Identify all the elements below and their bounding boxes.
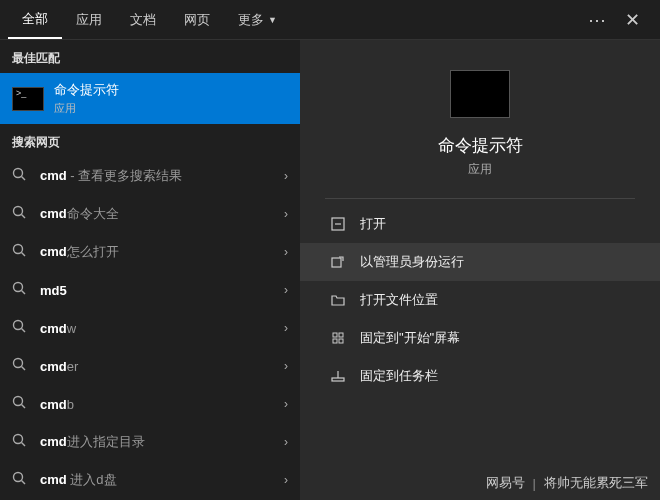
open-icon bbox=[328, 217, 348, 231]
svg-point-2 bbox=[14, 245, 23, 254]
preview-app-type: 应用 bbox=[468, 161, 492, 178]
web-result-item[interactable]: cmd进入指定目录› bbox=[0, 423, 300, 461]
results-panel: 最佳匹配 命令提示符 应用 搜索网页 cmd - 查看更多搜索结果›cmd命令大… bbox=[0, 40, 300, 500]
chevron-right-icon: › bbox=[284, 435, 288, 449]
search-icon bbox=[12, 167, 30, 185]
preview-app-icon bbox=[450, 70, 510, 118]
tab-docs[interactable]: 文档 bbox=[116, 0, 170, 39]
web-result-item[interactable]: cmdb› bbox=[0, 385, 300, 423]
chevron-right-icon: › bbox=[284, 283, 288, 297]
search-icon bbox=[12, 395, 30, 413]
web-result-item[interactable]: cmder› bbox=[0, 347, 300, 385]
tab-all[interactable]: 全部 bbox=[8, 0, 62, 39]
web-result-text: cmd命令大全 bbox=[40, 205, 276, 223]
web-result-text: cmdb bbox=[40, 397, 276, 412]
search-icon bbox=[12, 319, 30, 337]
svg-point-1 bbox=[14, 207, 23, 216]
action-pin-start[interactable]: 固定到"开始"屏幕 bbox=[300, 319, 660, 357]
svg-rect-13 bbox=[339, 333, 343, 337]
web-result-item[interactable]: cmdw› bbox=[0, 309, 300, 347]
web-result-item[interactable]: md5› bbox=[0, 271, 300, 309]
close-icon[interactable]: ✕ bbox=[620, 9, 644, 31]
web-result-item[interactable]: cmd - 查看更多搜索结果› bbox=[0, 157, 300, 195]
best-match-subtitle: 应用 bbox=[54, 101, 288, 116]
web-result-item[interactable]: cmd 进入d盘› bbox=[0, 461, 300, 499]
admin-icon bbox=[328, 255, 348, 269]
chevron-right-icon: › bbox=[284, 207, 288, 221]
more-options-icon[interactable]: ⋯ bbox=[588, 9, 608, 31]
svg-point-3 bbox=[14, 283, 23, 292]
web-result-text: cmd 进入d盘 bbox=[40, 471, 276, 489]
web-result-text: cmd - 查看更多搜索结果 bbox=[40, 167, 276, 185]
svg-rect-14 bbox=[333, 339, 337, 343]
web-result-text: cmder bbox=[40, 359, 276, 374]
search-icon bbox=[12, 471, 30, 489]
pin-taskbar-icon bbox=[328, 369, 348, 383]
svg-point-7 bbox=[14, 435, 23, 444]
web-result-text: md5 bbox=[40, 283, 276, 298]
filter-tabs: 全部 应用 文档 网页 更多 ▼ ⋯ ✕ bbox=[0, 0, 660, 40]
section-best-match: 最佳匹配 bbox=[0, 40, 300, 73]
svg-point-0 bbox=[14, 169, 23, 178]
preview-panel: 命令提示符 应用 打开 以管理员身份运行 打开文件位置 固定到"开始"屏幕 bbox=[300, 40, 660, 500]
svg-rect-16 bbox=[332, 378, 344, 381]
divider bbox=[325, 198, 635, 199]
search-icon bbox=[12, 205, 30, 223]
web-result-text: cmd怎么打开 bbox=[40, 243, 276, 261]
web-result-item[interactable]: cmd命令大全› bbox=[0, 195, 300, 233]
watermark-author: 将帅无能累死三军 bbox=[544, 474, 648, 492]
actions-list: 打开 以管理员身份运行 打开文件位置 固定到"开始"屏幕 固定到任务栏 bbox=[300, 205, 660, 395]
search-icon bbox=[12, 433, 30, 451]
folder-icon bbox=[328, 293, 348, 307]
web-result-text: cmd进入指定目录 bbox=[40, 433, 276, 451]
watermark: 网易号 | 将帅无能累死三军 bbox=[486, 474, 648, 492]
svg-rect-12 bbox=[333, 333, 337, 337]
action-pin-taskbar[interactable]: 固定到任务栏 bbox=[300, 357, 660, 395]
chevron-right-icon: › bbox=[284, 321, 288, 335]
svg-point-8 bbox=[14, 473, 23, 482]
chevron-right-icon: › bbox=[284, 169, 288, 183]
svg-point-5 bbox=[14, 359, 23, 368]
web-result-item[interactable]: cmd怎么打开› bbox=[0, 233, 300, 271]
preview-app-name: 命令提示符 bbox=[438, 134, 523, 157]
action-run-admin[interactable]: 以管理员身份运行 bbox=[300, 243, 660, 281]
action-open-location[interactable]: 打开文件位置 bbox=[300, 281, 660, 319]
chevron-right-icon: › bbox=[284, 473, 288, 487]
tab-web[interactable]: 网页 bbox=[170, 0, 224, 39]
best-match-title: 命令提示符 bbox=[54, 81, 288, 99]
svg-point-4 bbox=[14, 321, 23, 330]
svg-rect-11 bbox=[332, 258, 341, 267]
web-result-text: cmdw bbox=[40, 321, 276, 336]
search-icon bbox=[12, 357, 30, 375]
chevron-right-icon: › bbox=[284, 359, 288, 373]
tab-apps[interactable]: 应用 bbox=[62, 0, 116, 39]
best-match-item[interactable]: 命令提示符 应用 bbox=[0, 73, 300, 124]
chevron-right-icon: › bbox=[284, 397, 288, 411]
chevron-right-icon: › bbox=[284, 245, 288, 259]
search-icon bbox=[12, 243, 30, 261]
tab-more[interactable]: 更多 ▼ bbox=[224, 0, 291, 39]
cmd-icon bbox=[12, 87, 44, 111]
pin-start-icon bbox=[328, 331, 348, 345]
action-open[interactable]: 打开 bbox=[300, 205, 660, 243]
watermark-brand: 网易号 bbox=[486, 474, 525, 492]
svg-rect-15 bbox=[339, 339, 343, 343]
svg-point-6 bbox=[14, 397, 23, 406]
search-icon bbox=[12, 281, 30, 299]
section-search-web: 搜索网页 bbox=[0, 124, 300, 157]
